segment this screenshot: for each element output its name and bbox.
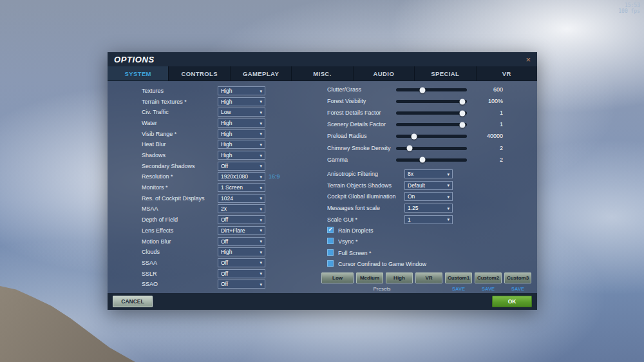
tab-label: AUDIO — [374, 70, 395, 77]
checkbox-row: Cursor Confined to Game Window — [108, 260, 537, 270]
slider-thumb[interactable] — [419, 157, 425, 163]
slider-row: Clutter/Grass 600 — [108, 85, 537, 95]
tab-vr[interactable]: VR — [477, 66, 537, 81]
tab-gameplay[interactable]: GAMEPLAY — [231, 66, 292, 81]
dropdown-value: Off — [221, 281, 228, 287]
tab-label: GAMEPLAY — [243, 70, 279, 77]
tab-label: MISC. — [313, 70, 331, 77]
slider-value: 40000 — [487, 133, 503, 139]
options-window: OPTIONS × SYSTEM CONTROLS GAMEPLAY MISC.… — [108, 52, 537, 310]
caret-down-icon: ▾ — [447, 183, 450, 187]
slider-thumb[interactable] — [406, 146, 412, 151]
setting-label: Scale GUI * — [327, 216, 357, 223]
slider-gamma[interactable] — [396, 158, 467, 162]
tab-label: VR — [502, 70, 511, 77]
slider-row: Scenery Details Factor 1 — [108, 120, 537, 130]
presets-caption-row: PresetsSAVESAVESAVE — [321, 286, 531, 292]
tab-label: SPECIAL — [431, 70, 459, 77]
caret-down-icon: ▾ — [447, 206, 450, 211]
dropdown-value: 1.25 — [408, 205, 419, 211]
slider-value: 1 — [500, 121, 503, 128]
checkbox-label: Cursor Confined to Game Window — [338, 261, 426, 267]
tab-misc[interactable]: MISC. — [292, 66, 353, 81]
checkbox-full-screen[interactable] — [327, 249, 334, 256]
caret-down-icon: ▾ — [447, 195, 450, 199]
dropdown-value: 1 — [408, 216, 411, 223]
dropdown-scale-gui[interactable]: 1 ▾ — [404, 215, 453, 224]
slider-thumb[interactable] — [411, 133, 417, 139]
setting-label: Forest Details Factor — [327, 110, 381, 116]
setting-row: Anisotropic Filtering 8x ▾ — [108, 169, 537, 180]
presets-row: LowMediumHighVRCustom1Custom2Custom3 — [321, 272, 531, 283]
slider-value: 2 — [500, 157, 503, 163]
caret-down-icon: ▾ — [447, 172, 450, 176]
setting-row: Messages font scale 1.25 ▾ — [108, 204, 537, 214]
slider-value: 600 — [493, 86, 503, 93]
tab-controls[interactable]: CONTROLS — [169, 66, 230, 81]
setting-row: Cockpit Global Illumination On ▾ — [108, 192, 537, 202]
slider-row: Chimney Smoke Density 2 — [108, 144, 537, 154]
checkbox-cursor-confined-to-game-window[interactable] — [327, 260, 334, 267]
slider-clutter-grass[interactable] — [396, 88, 467, 91]
setting-label: Scenery Details Factor — [327, 121, 386, 128]
tab-label: SYSTEM — [124, 70, 151, 77]
tab-bar: SYSTEM CONTROLS GAMEPLAY MISC. AUDIO SPE… — [108, 66, 537, 81]
preset-button-custom3[interactable]: Custom3 — [504, 272, 531, 283]
slider-row: Forest Visibility 100% — [108, 97, 537, 107]
preset-button-medium[interactable]: Medium — [356, 272, 383, 283]
checkbox-row: Vsync * — [108, 237, 537, 247]
preset-button-low[interactable]: Low — [321, 272, 354, 283]
save-custom2-link[interactable]: SAVE — [475, 286, 502, 292]
slider-scenery-details-factor[interactable] — [396, 123, 467, 126]
slider-thumb[interactable] — [419, 87, 425, 93]
setting-label: Preload Radius — [327, 133, 367, 139]
setting-label: Chimney Smoke Density — [327, 145, 391, 151]
hud-fps-counter: 100 fps — [618, 8, 640, 14]
slider-thumb[interactable] — [460, 110, 466, 116]
cancel-button[interactable]: CANCEL — [113, 296, 153, 307]
checkbox-vsync[interactable] — [327, 238, 334, 244]
preset-button-custom1[interactable]: Custom1 — [445, 272, 472, 283]
tab-label: CONTROLS — [181, 70, 218, 77]
window-titlebar: OPTIONS × — [108, 52, 537, 66]
presets-caption: Presets — [321, 286, 442, 292]
slider-row: Gamma 2 — [108, 155, 537, 166]
setting-label: Terrain Objects Shadows — [327, 182, 392, 189]
slider-forest-details-factor[interactable] — [396, 111, 467, 115]
preset-button-high[interactable]: High — [386, 272, 413, 283]
tab-system[interactable]: SYSTEM — [108, 66, 169, 81]
dropdown-sslr[interactable]: Off ▾ — [218, 269, 265, 278]
caret-down-icon: ▾ — [260, 282, 262, 287]
save-custom1-link[interactable]: SAVE — [445, 286, 472, 292]
ok-button[interactable]: OK — [492, 296, 532, 307]
setting-row: Scale GUI * 1 ▾ — [108, 215, 537, 225]
dropdown-value: 8x — [408, 171, 413, 177]
preset-button-vr[interactable]: VR — [415, 272, 442, 283]
slider-thumb[interactable] — [460, 122, 466, 128]
slider-chimney-smoke-density[interactable] — [396, 147, 467, 150]
setting-label: Anisotropic Filtering — [327, 171, 378, 177]
close-icon[interactable]: × — [526, 55, 531, 64]
save-custom3-link[interactable]: SAVE — [504, 286, 531, 292]
setting-label: SSLR — [142, 271, 157, 277]
dropdown-messages-font-scale[interactable]: 1.25 ▾ — [404, 204, 453, 213]
options-content: Textures High ▾ Terrain Textures * High … — [108, 81, 537, 293]
caret-down-icon: ▾ — [260, 271, 262, 276]
slider-preload-radius[interactable] — [396, 135, 467, 138]
setting-label: Clutter/Grass — [327, 86, 361, 93]
dropdown-anisotropic-filtering[interactable]: 8x ▾ — [404, 169, 453, 178]
tab-special[interactable]: SPECIAL — [415, 66, 476, 81]
setting-label: SSAO — [142, 281, 158, 287]
slider-thumb[interactable] — [460, 99, 466, 104]
hud-clock: 15:53 — [618, 3, 640, 8]
dropdown-value: On — [408, 193, 415, 200]
checkbox-label: Vsync * — [338, 238, 358, 245]
dropdown-ssao[interactable]: Off ▾ — [218, 280, 265, 289]
slider-forest-visibility[interactable] — [396, 100, 467, 103]
dropdown-terrain-objects-shadows[interactable]: Default ▾ — [404, 181, 453, 190]
preset-button-custom2[interactable]: Custom2 — [475, 272, 502, 283]
tab-audio[interactable]: AUDIO — [354, 66, 415, 81]
checkbox-rain-droplets[interactable]: ✓ — [327, 227, 334, 233]
dropdown-cockpit-global-illumination[interactable]: On ▾ — [404, 192, 453, 201]
slider-row: Preload Radius 40000 — [108, 131, 537, 142]
